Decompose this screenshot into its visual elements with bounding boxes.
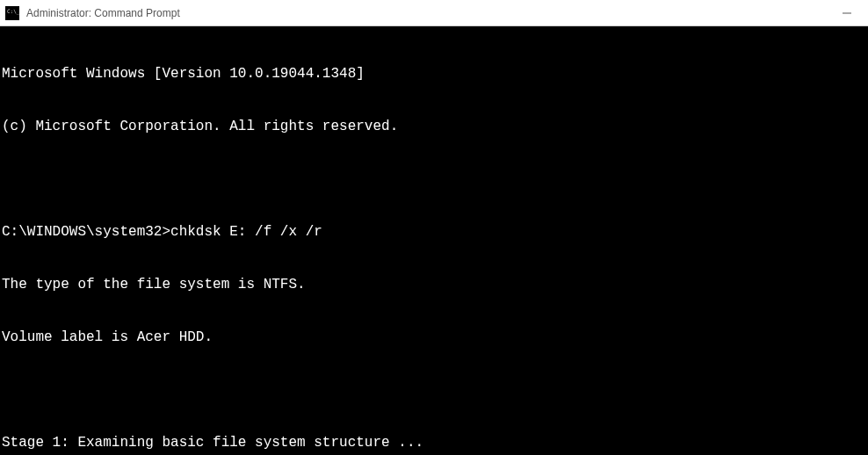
terminal-line — [2, 381, 866, 399]
window-controls — [842, 8, 863, 18]
window-title: Administrator: Command Prompt — [26, 7, 180, 19]
terminal-output[interactable]: Microsoft Windows [Version 10.0.19044.13… — [0, 26, 868, 455]
terminal-line: (c) Microsoft Corporation. All rights re… — [2, 118, 866, 135]
terminal-line: Stage 1: Examining basic file system str… — [2, 434, 866, 451]
terminal-line: The type of the file system is NTFS. — [2, 276, 866, 293]
terminal-line — [2, 170, 866, 188]
titlebar[interactable]: Administrator: Command Prompt — [0, 0, 868, 26]
minimize-button[interactable] — [842, 8, 852, 18]
terminal-line: C:\WINDOWS\system32>chkdsk E: /f /x /r — [2, 223, 866, 241]
terminal-line: Volume label is Acer HDD. — [2, 329, 866, 346]
cmd-icon — [5, 6, 19, 20]
terminal-line: Microsoft Windows [Version 10.0.19044.13… — [2, 65, 866, 83]
